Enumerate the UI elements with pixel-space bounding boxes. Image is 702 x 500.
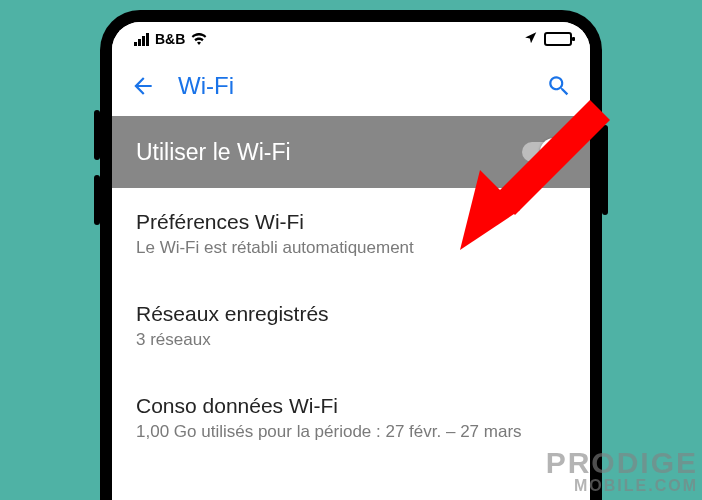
saved-networks-item[interactable]: Réseaux enregistrés 3 réseaux — [112, 280, 590, 372]
status-bar: B&B — [112, 22, 590, 56]
screen: B&B Wi-Fi Utiliser le Wi — [112, 22, 590, 500]
list-item-title: Préférences Wi-Fi — [136, 210, 566, 234]
battery-icon — [544, 32, 572, 46]
wifi-toggle-switch[interactable] — [522, 142, 566, 162]
wifi-toggle-label: Utiliser le Wi-Fi — [136, 139, 291, 166]
wifi-preferences-item[interactable]: Préférences Wi-Fi Le Wi-Fi est rétabli a… — [112, 188, 590, 280]
watermark-line1: PRODIGE — [546, 448, 698, 478]
power-button[interactable] — [602, 125, 608, 215]
volume-down-button[interactable] — [94, 175, 100, 225]
list-item-subtitle: 3 réseaux — [136, 330, 566, 350]
carrier-label: B&B — [155, 31, 185, 47]
volume-up-button[interactable] — [94, 110, 100, 160]
wifi-status-icon — [191, 33, 207, 45]
search-button[interactable] — [546, 73, 572, 99]
list-item-subtitle: 1,00 Go utilisés pour la période : 27 fé… — [136, 422, 566, 442]
signal-icon — [134, 33, 149, 46]
phone-frame: B&B Wi-Fi Utiliser le Wi — [100, 10, 602, 500]
page-title: Wi-Fi — [178, 72, 524, 100]
app-bar: Wi-Fi — [112, 56, 590, 116]
list-item-title: Conso données Wi-Fi — [136, 394, 566, 418]
wifi-master-toggle-row[interactable]: Utiliser le Wi-Fi — [112, 116, 590, 188]
location-icon — [524, 31, 538, 48]
list-item-title: Réseaux enregistrés — [136, 302, 566, 326]
wifi-data-usage-item[interactable]: Conso données Wi-Fi 1,00 Go utilisés pou… — [112, 372, 590, 464]
back-button[interactable] — [130, 73, 156, 99]
list-item-subtitle: Le Wi-Fi est rétabli automatiquement — [136, 238, 566, 258]
watermark-line2: MOBILE.COM — [546, 478, 698, 494]
watermark: PRODIGE MOBILE.COM — [546, 448, 698, 494]
settings-list: Préférences Wi-Fi Le Wi-Fi est rétabli a… — [112, 188, 590, 464]
